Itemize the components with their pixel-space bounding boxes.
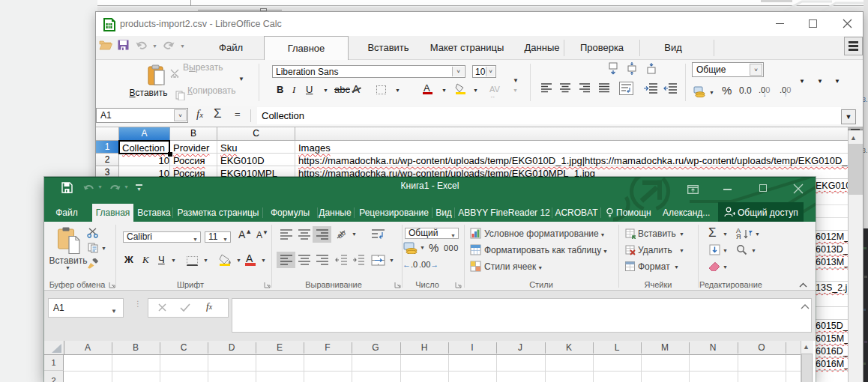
svg-text:ab: ab bbox=[335, 228, 347, 240]
